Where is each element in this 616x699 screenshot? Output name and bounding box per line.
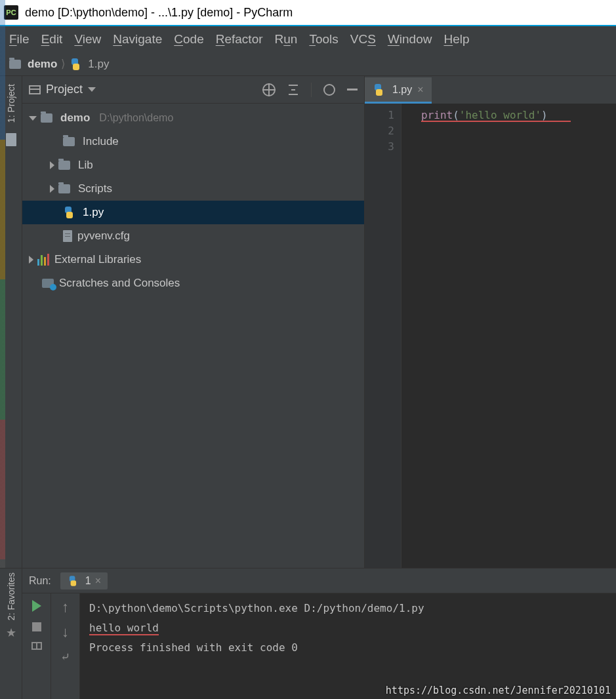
hide-icon[interactable] <box>347 89 358 90</box>
run-tab-1[interactable]: 1 × <box>60 572 108 589</box>
tree-root-path: D:\python\demo <box>99 112 173 124</box>
console-line: D:\python\demo\Scripts\python.exe D:/pyt… <box>89 599 607 618</box>
soft-wrap-icon[interactable]: ⤶ <box>60 650 70 664</box>
tree-root[interactable]: demo D:\python\demo <box>22 106 364 130</box>
tree-item-pyvenv[interactable]: pyvenv.cfg <box>22 224 364 248</box>
file-icon <box>63 230 72 242</box>
tree-item-label: Scratches and Consoles <box>59 277 180 290</box>
project-tree: demo D:\python\demo Include Lib Scripts … <box>22 104 364 298</box>
chevron-right-icon[interactable] <box>50 185 54 193</box>
tree-external-libraries[interactable]: External Libraries <box>22 248 364 271</box>
editor-tab-label: 1.py <box>392 84 412 96</box>
chevron-right-icon[interactable] <box>29 256 33 264</box>
run-tool-window: 2: Favorites ★ Run: 1 × ↑ ↓ ⤶ D:\pyt <box>0 568 616 699</box>
menu-help[interactable]: Help <box>443 32 469 47</box>
project-header: Project <box>22 76 364 104</box>
chevron-down-icon[interactable] <box>29 116 37 121</box>
close-icon[interactable]: × <box>95 575 101 587</box>
menubar: File Edit View Navigate Code Refactor Ru… <box>0 26 616 52</box>
highlighted-output: hello world <box>89 622 159 634</box>
run-toolbar-primary <box>22 593 51 699</box>
separator <box>311 83 312 97</box>
line-number: 3 <box>365 139 394 155</box>
breadcrumb-root[interactable]: demo <box>28 58 57 71</box>
left-tool-strip-bottom: 2: Favorites ★ <box>0 569 22 699</box>
gear-icon[interactable] <box>323 84 335 96</box>
breadcrumb: demo ⟩ 1.py <box>0 52 616 76</box>
close-icon[interactable]: × <box>417 84 423 96</box>
star-icon[interactable]: ★ <box>6 626 16 640</box>
menu-navigate[interactable]: Navigate <box>113 32 162 47</box>
menu-run[interactable]: Run <box>275 32 298 47</box>
editor-tab-1py[interactable]: 1.py × <box>365 77 432 104</box>
code-area[interactable]: 1 2 3 print('hello world') <box>365 104 616 568</box>
tree-item-label: Lib <box>78 159 93 172</box>
breadcrumb-separator: ⟩ <box>61 57 66 71</box>
tree-item-label: Include <box>83 135 119 148</box>
menu-tools[interactable]: Tools <box>309 32 338 47</box>
token-string: 'hello world' <box>459 109 541 121</box>
locate-icon[interactable] <box>262 83 276 96</box>
tree-item-include[interactable]: Include <box>22 130 364 153</box>
menu-refactor[interactable]: Refactor <box>216 32 263 47</box>
folder-icon <box>9 60 21 69</box>
token-paren: ( <box>453 109 459 121</box>
up-icon[interactable]: ↑ <box>62 600 69 614</box>
tree-item-1py[interactable]: 1.py <box>22 201 364 224</box>
menu-code[interactable]: Code <box>174 32 203 47</box>
tree-item-label: pyvenv.cfg <box>77 230 130 243</box>
tree-item-scripts[interactable]: Scripts <box>22 177 364 201</box>
run-tabs: Run: 1 × <box>22 569 616 593</box>
console-output[interactable]: D:\python\demo\Scripts\python.exe D:/pyt… <box>80 593 616 699</box>
tree-item-label: External Libraries <box>54 253 141 266</box>
editor: 1.py × 1 2 3 print('hello world') <box>365 76 616 568</box>
window-titlebar: PC demo [D:\python\demo] - ...\1.py [dem… <box>0 0 616 26</box>
editor-tabs: 1.py × <box>365 76 616 104</box>
python-file-icon <box>68 576 77 586</box>
line-number: 2 <box>365 123 394 139</box>
token-function: print <box>421 109 453 121</box>
menu-view[interactable]: View <box>74 32 101 47</box>
project-view-icon[interactable] <box>29 85 41 94</box>
pycharm-app-icon: PC <box>4 5 18 20</box>
rerun-icon[interactable] <box>32 600 41 612</box>
menu-vcs[interactable]: VCS <box>350 32 376 47</box>
project-tool-window: Project demo D:\python\demo Include <box>22 76 365 568</box>
tree-scratches[interactable]: Scratches and Consoles <box>22 271 364 295</box>
menu-edit[interactable]: Edit <box>41 32 63 47</box>
line-number-gutter: 1 2 3 <box>365 104 401 568</box>
scratches-icon <box>42 279 54 288</box>
console-line: Process finished with exit code 0 <box>89 638 607 658</box>
layout-icon[interactable] <box>31 642 42 650</box>
folder-icon <box>58 161 70 170</box>
tree-root-name: demo <box>60 111 90 125</box>
console-line: hello world <box>89 618 607 638</box>
menu-window[interactable]: Window <box>388 32 432 47</box>
token-paren: ) <box>541 109 548 121</box>
stop-icon[interactable] <box>32 622 41 631</box>
folder-icon <box>63 137 75 146</box>
folder-icon <box>58 184 70 193</box>
collapse-all-icon[interactable] <box>287 85 299 95</box>
code-content[interactable]: print('hello world') <box>401 104 616 568</box>
line-number: 1 <box>365 108 394 123</box>
libraries-icon <box>37 254 49 266</box>
tree-item-label: Scripts <box>78 182 112 195</box>
window-title: demo [D:\python\demo] - ...\1.py [demo] … <box>25 6 293 20</box>
down-icon[interactable]: ↓ <box>62 625 69 639</box>
annotation-underline <box>421 121 571 122</box>
breadcrumb-file[interactable]: 1.py <box>88 58 109 71</box>
python-file-icon <box>63 207 75 218</box>
watermark-text: https://blog.csdn.net/Jennifer20210101 <box>386 685 611 696</box>
run-toolbar-secondary: ↑ ↓ ⤶ <box>51 593 80 699</box>
chevron-right-icon[interactable] <box>50 161 54 169</box>
tree-item-lib[interactable]: Lib <box>22 153 364 177</box>
chevron-down-icon[interactable] <box>88 87 96 92</box>
run-tab-label: 1 <box>85 575 91 587</box>
python-file-icon <box>70 58 81 70</box>
project-title[interactable]: Project <box>46 83 83 96</box>
sidebar-tab-project[interactable]: 1: Project <box>6 84 16 123</box>
menu-file[interactable]: File <box>9 32 30 47</box>
sidebar-tab-favorites[interactable]: 2: Favorites <box>6 572 16 620</box>
structure-icon[interactable] <box>6 133 16 146</box>
